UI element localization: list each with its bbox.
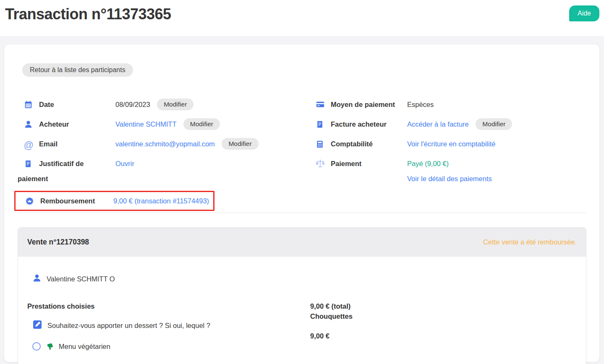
edit-checkbox-icon[interactable]	[32, 320, 42, 331]
date-value: 08/09/2023	[115, 101, 150, 108]
sale-total: 9,00 € (total)	[310, 301, 577, 311]
user-icon	[32, 273, 42, 284]
back-to-participants-button[interactable]: Retour à la liste des participants	[22, 63, 133, 77]
payment-method-value: Espèces	[407, 101, 434, 108]
payment-detail-link[interactable]: Voir le détail des paiements	[407, 171, 586, 186]
email-link[interactable]: valentine.schmito@yopmail.com	[115, 140, 215, 148]
row-email: @Email valentine.schmito@yopmail.com Mod…	[18, 136, 309, 151]
label-email: Email	[39, 140, 58, 148]
paid-status: Payé (9,00 €)	[407, 156, 586, 171]
label-buyer: Acheteur	[39, 120, 69, 128]
sale-title: Vente n°12170398	[27, 238, 89, 247]
label-accounting: Comptabilité	[331, 140, 373, 148]
transaction-details: Date 08/09/2023 Modifier Acheteur	[18, 97, 586, 211]
scales-icon	[316, 159, 325, 168]
label-payment-status: Paiement	[331, 160, 361, 167]
row-buyer: Acheteur Valentine SCHMITT Modifier	[18, 117, 309, 132]
sale-header: Vente n°12170398 Cette vente a été rembo…	[18, 228, 586, 257]
help-button[interactable]: Aide	[569, 5, 599, 21]
row-buyer-invoice: Facture acheteur Accéder à la facture Mo…	[309, 117, 586, 132]
invoice-icon	[316, 120, 325, 129]
accounting-entry-link[interactable]: Voir l'écriture en comptabilité	[407, 140, 495, 148]
page-header: Transaction n°11373365 Aide	[0, 0, 604, 36]
transaction-card: Retour à la liste des participants	[4, 44, 599, 362]
details-left-column: Date 08/09/2023 Modifier Acheteur	[18, 97, 309, 211]
label-buyer-invoice: Facture acheteur	[331, 120, 387, 128]
receipt-icon	[24, 160, 33, 168]
row-payment-proof: Justificatif de paiement Ouvrir	[18, 156, 309, 186]
calculator-icon	[316, 140, 325, 148]
at-icon: @	[24, 140, 33, 150]
row-payment-status: Paiement Payé (9,00 €) Voir le détail de…	[309, 156, 586, 186]
prestation-item-dessert: Souhaitez-vous apporter un dessert ? Si …	[32, 320, 310, 331]
sale-body: Valentine SCHMITT O Prestations choisies…	[18, 257, 586, 364]
prestations-section: Prestations choisies Souhaitez-vous appo…	[27, 301, 577, 351]
page-title: Transaction n°11373365	[5, 6, 604, 23]
sale-buyer-row: Valentine SCHMITT O	[32, 273, 577, 284]
sale-buyer-name: Valentine SCHMITT O	[47, 275, 115, 283]
prestations-totals: 9,00 € (total) Chouquettes 9,00 €	[310, 301, 577, 351]
refund-highlight-box: Remboursement 9,00 € (transaction #11574…	[14, 191, 214, 211]
sale-product: Chouquettes	[310, 311, 577, 321]
buyer-link[interactable]: Valentine SCHMITT	[115, 120, 176, 128]
row-date: Date 08/09/2023 Modifier	[18, 97, 309, 112]
user-icon	[24, 120, 33, 129]
access-invoice-link[interactable]: Accéder à la facture	[407, 120, 469, 128]
modify-date-button[interactable]: Modifier	[157, 99, 193, 110]
modify-buyer-button[interactable]: Modifier	[183, 118, 220, 130]
label-refund: Remboursement	[40, 197, 95, 205]
refund-transaction-link[interactable]: 9,00 € (transaction #11574493)	[113, 197, 209, 205]
refund-medal-icon	[25, 197, 34, 205]
sale-box: Vente n°12170398 Cette vente a été rembo…	[18, 227, 586, 364]
section-divider	[18, 213, 586, 213]
credit-card-icon	[316, 100, 325, 109]
row-payment-method: Moyen de paiement Espèces	[309, 97, 586, 112]
sale-refunded-status: Cette vente a été remboursée.	[483, 238, 577, 246]
modify-invoice-button[interactable]: Modifier	[476, 118, 512, 130]
sale-price: 9,00 €	[310, 331, 577, 341]
label-date: Date	[39, 101, 54, 108]
label-payment-method: Moyen de paiement	[331, 101, 395, 108]
prestations-heading: Prestations choisies	[27, 301, 310, 311]
prestations-left: Prestations choisies Souhaitez-vous appo…	[27, 301, 310, 351]
broccoli-icon	[46, 343, 54, 351]
open-proof-link[interactable]: Ouvrir	[115, 160, 134, 167]
prestation-dessert-label: Souhaitez-vous apporter un dessert ? Si …	[47, 322, 210, 330]
prestation-item-vegetarian: Menu végétarien	[32, 342, 310, 351]
vegetarian-radio[interactable]	[32, 342, 41, 351]
row-accounting: Comptabilité Voir l'écriture en comptabi…	[309, 136, 586, 151]
calendar-icon	[24, 100, 33, 109]
modify-email-button[interactable]: Modifier	[222, 138, 258, 150]
prestation-vegetarian-label: Menu végétarien	[59, 343, 110, 351]
details-right-column: Moyen de paiement Espèces	[309, 97, 586, 191]
